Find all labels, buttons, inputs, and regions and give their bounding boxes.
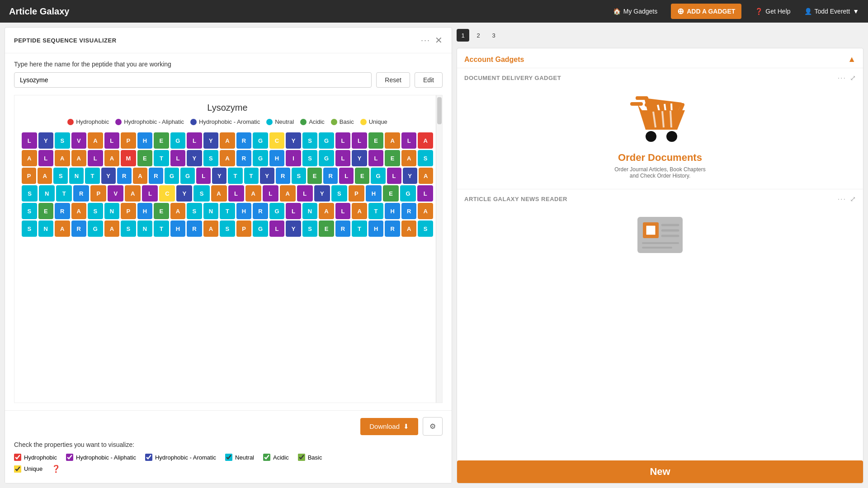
seq-cell: L (335, 132, 351, 149)
bottom-controls: Download ⬇ ⚙ Check the properties you wa… (5, 410, 452, 483)
page-1[interactable]: 1 (457, 29, 469, 42)
edit-button[interactable]: Edit (415, 72, 443, 88)
checkbox-neutral[interactable] (225, 454, 232, 461)
main-layout: PEPTIDE SEQUENCE VISUALIZER ··· ✕ Type h… (0, 23, 868, 488)
seq-cell: P (236, 221, 252, 237)
check-acidic[interactable]: Acidic (263, 454, 289, 461)
help-icon: ❓ (755, 8, 763, 15)
order-docs-sub: Order Journal Articles, Book Chaptersand… (614, 166, 705, 179)
seq-cell: Y (260, 168, 274, 184)
seq-cell: Y (286, 221, 301, 237)
seq-cell: A (203, 221, 219, 237)
seq-cell: A (385, 132, 400, 149)
seq-cell: S (418, 221, 433, 237)
seq-cell: A (104, 221, 120, 237)
checkbox-hydrophobic-aliphatic[interactable] (66, 454, 73, 461)
doc-delivery-menu-button[interactable]: ··· (838, 74, 846, 82)
seq-cell: T (56, 185, 72, 202)
seq-row: SNTRPVALCYSALALALYSPHEGL (22, 185, 433, 202)
seq-cell: S (292, 168, 306, 184)
peptide-input[interactable] (14, 72, 372, 88)
account-gadgets-section: Account Gadgets ▲ DOCUMENT DELIVERY GADG… (457, 48, 863, 483)
input-row: Reset Edit (14, 72, 443, 88)
settings-button[interactable]: ⚙ (423, 417, 443, 436)
page-2[interactable]: 2 (472, 29, 485, 42)
peptide-visualizer-panel: PEPTIDE SEQUENCE VISUALIZER ··· ✕ Type h… (5, 27, 452, 483)
seq-cell: H (269, 150, 285, 166)
panel-body: Type here the name for the peptide that … (5, 53, 452, 410)
check-neutral[interactable]: Neutral (225, 454, 254, 461)
seq-cell: R (187, 221, 202, 237)
seq-cell: S (193, 185, 209, 202)
seq-cell: S (55, 132, 70, 149)
check-unique[interactable]: Unique (14, 465, 42, 473)
seq-cell: L (142, 185, 158, 202)
checkbox-acidic[interactable] (263, 454, 270, 461)
panel-menu-button[interactable]: ··· (421, 36, 430, 45)
doc-delivery-expand-button[interactable]: ⤢ (850, 74, 856, 82)
doc-delivery-content: Order Documents Order Journal Articles, … (464, 87, 856, 183)
seq-cell: T (368, 203, 384, 219)
checkbox-unique[interactable] (14, 465, 21, 473)
seq-cell: A (88, 132, 103, 149)
seq-cell: L (263, 185, 278, 202)
scrollbar[interactable] (436, 95, 442, 403)
seq-cell: P (22, 168, 36, 184)
order-docs-title[interactable]: Order Documents (618, 152, 702, 164)
seq-cell: L (368, 150, 384, 166)
checkbox-hydrophobic[interactable] (14, 454, 21, 461)
check-hydrophobic[interactable]: Hydrophobic (14, 454, 57, 461)
seq-cell: A (319, 203, 334, 219)
seq-cell: H (368, 221, 384, 237)
seq-cell: H (170, 221, 186, 237)
seq-cell: E (137, 150, 153, 166)
check-hydrophobic-aliphatic[interactable]: Hydrophobic - Aliphatic (66, 454, 136, 461)
help-icon-check[interactable]: ❓ (52, 465, 61, 473)
seq-cell: S (22, 185, 38, 202)
panel-header-actions: ··· ✕ (421, 35, 443, 46)
seq-cell: A (38, 168, 52, 184)
news-reader-expand-button[interactable]: ⤢ (850, 195, 856, 203)
seq-cell: R (73, 185, 89, 202)
seq-cell: R (253, 203, 268, 219)
seq-cell: R (335, 221, 351, 237)
seq-cell: Y (187, 150, 202, 166)
collapse-button[interactable]: ▲ (848, 55, 856, 64)
seq-cell: S (203, 150, 219, 166)
seq-cell: N (38, 221, 54, 237)
svg-rect-14 (646, 225, 656, 235)
page-3[interactable]: 3 (487, 29, 500, 42)
right-panel: 1 2 3 Account Gadgets ▲ DOCUMENT DELIVER… (457, 23, 868, 488)
input-label: Type here the name for the peptide that … (14, 61, 443, 68)
seq-cell: G (269, 203, 285, 219)
panel-close-button[interactable]: ✕ (435, 35, 443, 46)
checkbox-hydrophobic-aromatic[interactable] (145, 454, 152, 461)
download-button[interactable]: Download ⬇ (360, 418, 418, 435)
seq-cell: L (401, 132, 417, 149)
news-reader-menu-button[interactable]: ··· (838, 195, 846, 203)
add-gadget-nav[interactable]: ⊕ ADD A GADGET (671, 4, 741, 19)
sequence-grid: LYSVALPHEGLYARGCYSGLLEALAALAALAMETLYSARG… (22, 132, 433, 237)
new-button[interactable]: New (457, 460, 863, 483)
checkbox-basic[interactable] (298, 454, 305, 461)
seq-cell: L (170, 150, 186, 166)
seq-cell: A (419, 168, 433, 184)
check-basic[interactable]: Basic (298, 454, 322, 461)
seq-cell: G (319, 150, 334, 166)
seq-cell: G (88, 221, 103, 237)
seq-cell: A (71, 203, 87, 219)
seq-cell: A (220, 132, 235, 149)
legend-dot-hydrophobic (67, 119, 74, 125)
seq-cell: E (355, 168, 369, 184)
news-reader-card: ARTICLE GALAXY NEWS READER ··· ⤢ (457, 189, 863, 267)
seq-cell: L (417, 185, 433, 202)
viz-title: Lysozyme (22, 103, 433, 113)
seq-cell: A (401, 150, 417, 166)
reset-button[interactable]: Reset (376, 72, 410, 88)
seq-cell: R (71, 221, 87, 237)
my-gadgets-nav[interactable]: 🏠 My Gadgets (613, 8, 657, 15)
get-help-nav[interactable]: ❓ Get Help (755, 8, 790, 15)
check-hydrophobic-aromatic[interactable]: Hydrophobic - Aromatic (145, 454, 216, 461)
user-nav[interactable]: 👤 Todd Everett ▼ (804, 8, 859, 15)
seq-cell: T (244, 168, 259, 184)
